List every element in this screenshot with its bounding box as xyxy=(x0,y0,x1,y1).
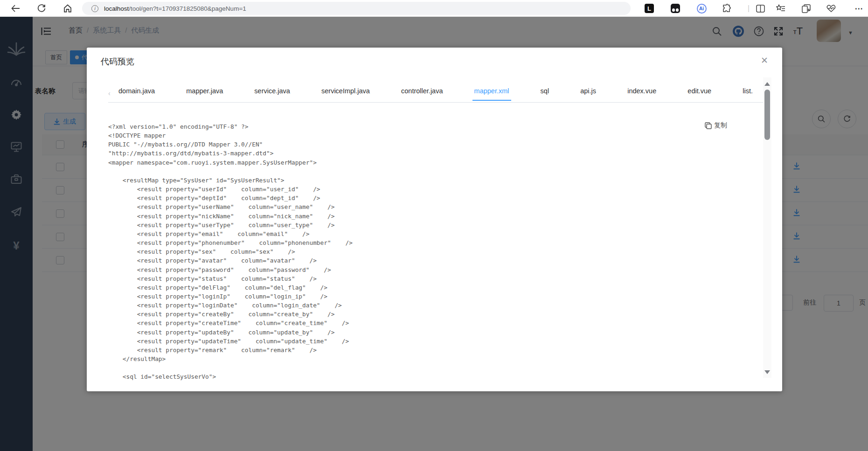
code-preview-dialog: 代码预览 ✕ ‹ domain.java mapper.java service… xyxy=(87,48,782,391)
tab-serviceimpl-java[interactable]: serviceImpl.java xyxy=(321,87,370,101)
tab-api-js[interactable]: api.js xyxy=(580,87,596,101)
collections-icon[interactable] xyxy=(800,3,812,14)
favorites-list-icon[interactable] xyxy=(775,3,786,14)
modal-scrollbar[interactable] xyxy=(763,77,771,378)
tab-edit-vue[interactable]: edit.vue xyxy=(687,87,711,101)
tab-mapper-xml[interactable]: mapper.xml xyxy=(474,87,509,101)
dialog-title: 代码预览 xyxy=(101,56,134,67)
extension-l-icon[interactable]: L xyxy=(644,3,655,14)
close-icon[interactable]: ✕ xyxy=(761,55,768,66)
favorite-star-icon[interactable] xyxy=(614,1,625,12)
address-bar[interactable]: i localhost/tool/gen?t=1709371825080&pag… xyxy=(82,2,631,15)
tab-sql[interactable]: sql xyxy=(541,87,549,101)
extension-dots-icon[interactable] xyxy=(670,3,681,14)
split-screen-icon[interactable] xyxy=(755,3,766,14)
toolbar-divider: | xyxy=(743,2,755,14)
tab-scroll-left-icon[interactable]: ‹ xyxy=(108,90,111,97)
tab-bar: ‹ domain.java mapper.java service.java s… xyxy=(108,86,763,103)
tab-service-java[interactable]: service.java xyxy=(254,87,290,101)
refresh-icon[interactable] xyxy=(35,2,48,14)
tab-mapper-java[interactable]: mapper.java xyxy=(186,87,223,101)
code-content[interactable]: <?xml version="1.0" encoding="UTF-8" ?> … xyxy=(108,122,752,382)
tab-controller-java[interactable]: controller.java xyxy=(401,87,443,101)
tab-list[interactable]: list. xyxy=(743,87,753,101)
scroll-up-icon[interactable] xyxy=(764,82,770,86)
scrollbar-thumb[interactable] xyxy=(764,90,770,140)
extension-ai-icon[interactable]: Ai xyxy=(696,3,707,14)
url-text[interactable]: localhost/tool/gen?t=1709371825080&pageN… xyxy=(104,5,246,12)
browser-toolbar: i localhost/tool/gen?t=1709371825080&pag… xyxy=(0,0,868,17)
extensions-puzzle-icon[interactable] xyxy=(721,3,732,14)
site-info-icon[interactable]: i xyxy=(91,5,98,12)
back-icon[interactable] xyxy=(9,2,21,14)
browser-essentials-icon[interactable] xyxy=(826,3,837,14)
browser-menu-icon[interactable]: ⋯ xyxy=(853,2,865,14)
read-aloud-icon[interactable] xyxy=(589,1,600,12)
scroll-down-icon[interactable] xyxy=(764,370,770,374)
home-icon[interactable] xyxy=(62,2,74,14)
tab-domain-java[interactable]: domain.java xyxy=(118,87,155,101)
tab-index-vue[interactable]: index.vue xyxy=(627,87,656,101)
